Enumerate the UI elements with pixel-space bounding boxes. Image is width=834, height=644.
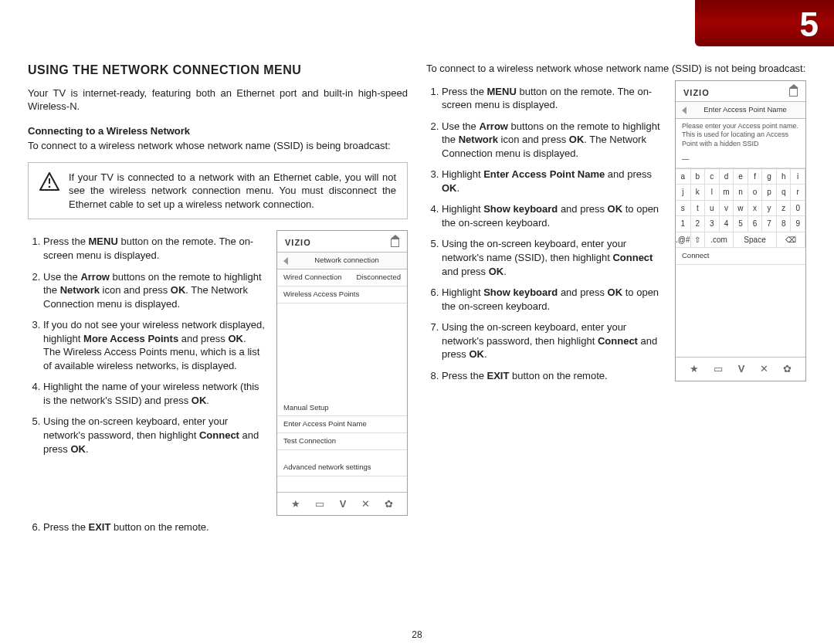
key: x xyxy=(748,201,763,217)
tv-row-wired: Wired Connection Disconnected xyxy=(277,269,407,286)
tv-menu-title-row: Network connection xyxy=(277,252,407,269)
svg-point-1 xyxy=(49,185,51,188)
list-item: Highlight Enter Access Point Name and pr… xyxy=(442,168,664,195)
v-icon: V xyxy=(738,362,745,376)
back-icon xyxy=(682,107,687,114)
key-symbols: .@# xyxy=(676,232,691,249)
warning-text: If your TV is connected to a network wit… xyxy=(69,171,396,212)
list-item: Press the EXIT button on the remote. xyxy=(442,369,664,383)
key: h xyxy=(777,169,792,185)
key: j xyxy=(676,185,691,201)
tv-connect-row: Connect xyxy=(676,248,805,265)
key: f xyxy=(748,169,763,185)
list-item: If you do not see your wireless network … xyxy=(43,318,266,372)
key-backspace: ⌫ xyxy=(777,232,805,249)
tv-menu-network: VIZIO Network connection Wired Connectio… xyxy=(276,230,408,516)
list-item: Using the on-screen keyboard, enter your… xyxy=(442,320,664,361)
close-icon: ✕ xyxy=(760,362,768,376)
list-item: Highlight Show keyboard and press OK to … xyxy=(442,202,664,229)
key: 6 xyxy=(748,216,763,232)
tv-brand: VIZIO xyxy=(285,237,311,249)
key: k xyxy=(691,185,706,201)
tv-help-text: Please enter your Access point name. Thi… xyxy=(676,119,805,151)
steps-list-a-cont: Press the EXIT button on the remote. xyxy=(28,520,408,534)
key-space: Space xyxy=(734,232,777,249)
key: 2 xyxy=(691,216,706,232)
key: 0 xyxy=(791,201,805,217)
chapter-number: 5 xyxy=(800,2,819,47)
tv-row-test: Test Connection xyxy=(277,433,407,450)
key: p xyxy=(762,185,777,201)
key: l xyxy=(705,185,720,201)
key-shift: ⇧ xyxy=(691,232,706,249)
main-heading: USING THE NETWORK CONNECTION MENU xyxy=(28,62,408,79)
intro-text: Your TV is internet-ready, featuring bot… xyxy=(28,86,408,114)
list-item: Press the EXIT button on the remote. xyxy=(43,520,408,534)
page-body: USING THE NETWORK CONNECTION MENU Your T… xyxy=(28,62,806,629)
key: t xyxy=(691,201,706,217)
key: 4 xyxy=(720,216,734,232)
list-item: Using the on-screen keyboard, enter your… xyxy=(442,237,664,278)
left-column: USING THE NETWORK CONNECTION MENU Your T… xyxy=(28,62,408,629)
key: i xyxy=(791,169,805,185)
tv-menu-title-row: Enter Access Point Name xyxy=(676,101,805,119)
list-item: Use the Arrow buttons on the remote to h… xyxy=(43,270,266,311)
key: a xyxy=(676,169,691,185)
key: c xyxy=(705,169,720,185)
steps-list-b: Press the MENU button on the remote. The… xyxy=(426,85,664,391)
sub-intro: To connect to a wireless network whose n… xyxy=(28,139,408,153)
key: w xyxy=(734,201,748,217)
tv-row-manual: Manual Setup xyxy=(277,400,407,417)
key: y xyxy=(762,201,777,217)
home-icon xyxy=(789,88,798,97)
v-icon: V xyxy=(340,497,347,511)
tv-row-advanced: Advanced network settings xyxy=(277,459,407,476)
key: s xyxy=(676,201,691,217)
gear-icon: ✿ xyxy=(385,497,393,511)
tv-row-enter-ap: Enter Access Point Name xyxy=(277,416,407,433)
list-item: Press the MENU button on the remote. The… xyxy=(442,85,664,112)
key: g xyxy=(762,169,777,185)
key: b xyxy=(691,169,706,185)
key: 3 xyxy=(705,216,720,232)
steps-list-a: Press the MENU button on the remote. The… xyxy=(28,235,266,516)
key: 9 xyxy=(791,216,805,232)
key: 7 xyxy=(762,216,777,232)
list-item: Highlight the name of your wireless netw… xyxy=(43,380,266,407)
right-intro: To connect to a wireless network whose n… xyxy=(426,62,806,76)
list-item: Use the Arrow buttons on the remote to h… xyxy=(442,120,664,161)
tv-menu-keyboard: VIZIO Enter Access Point Name Please ent… xyxy=(675,80,806,381)
key: z xyxy=(777,201,792,217)
key: o xyxy=(748,185,763,201)
key: n xyxy=(734,185,748,201)
key: 5 xyxy=(734,216,748,232)
tv-bottom-icons: ★ ▭ V ✕ ✿ xyxy=(676,357,805,381)
key: m xyxy=(720,185,734,201)
tv-row-wireless: Wireless Access Points xyxy=(277,286,407,303)
key-com: .com xyxy=(705,232,734,249)
home-icon xyxy=(391,239,399,247)
tv-menu-title: Network connection xyxy=(314,256,378,266)
sub-heading: Connecting to a Wireless Network xyxy=(28,124,408,138)
star-icon: ★ xyxy=(291,497,300,511)
key: u xyxy=(705,201,720,217)
list-item: Highlight Show keyboard and press OK to … xyxy=(442,286,664,313)
list-item: Press the MENU button on the remote. The… xyxy=(43,235,266,262)
key: r xyxy=(791,185,805,201)
key: e xyxy=(734,169,748,185)
tv-brand: VIZIO xyxy=(683,87,710,99)
screen-icon: ▭ xyxy=(714,362,723,376)
tv-menu-title: Enter Access Point Name xyxy=(703,105,787,115)
star-icon: ★ xyxy=(690,362,699,376)
key: 1 xyxy=(676,216,691,232)
list-item: Using the on-screen keyboard, enter your… xyxy=(43,415,266,456)
page-number: 28 xyxy=(412,629,422,641)
screen-icon: ▭ xyxy=(315,497,324,511)
onscreen-keyboard: abcdefghi jklmnopqr stuvwxyz0 123456789 … xyxy=(676,168,805,249)
key: q xyxy=(777,185,792,201)
close-icon: ✕ xyxy=(361,497,370,511)
tv-bottom-icons: ★ ▭ V ✕ ✿ xyxy=(277,492,407,516)
back-icon xyxy=(283,257,288,265)
right-column: To connect to a wireless network whose n… xyxy=(426,62,806,629)
warning-box: If your TV is connected to a network wit… xyxy=(28,162,408,220)
